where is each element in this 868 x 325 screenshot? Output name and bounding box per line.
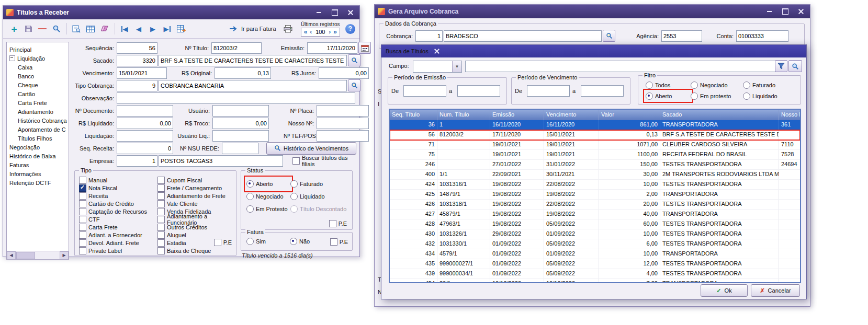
sidebar-item-hist-rico-cobran-a[interactable]: Histórico Cobrança [9,116,67,125]
rs-juros-input[interactable] [319,67,369,79]
checkbox-icon[interactable] [157,177,165,184]
radio-faturado[interactable]: Faturado [743,80,790,89]
nosso-num-input[interactable] [317,118,369,129]
radio-n-o[interactable]: Não [290,238,310,245]
checkbox-icon[interactable] [79,208,86,215]
table-row[interactable]: 24627/01/202231/01/2022150,00TESTES TRAN… [390,160,800,170]
browse-records-button[interactable] [70,22,83,36]
sidebar-item-hist-rico-de-baixa[interactable]: Histórico de Baixa [9,152,67,160]
nav-next-button[interactable]: ▶ [146,22,160,36]
search-button[interactable] [50,22,63,36]
table-row[interactable]: 7119/01/202119/01/20211071,00CLEUBER CAR… [390,140,800,150]
minimize-button[interactable] [762,6,776,17]
pager-last-button[interactable]: » [333,29,337,35]
sacado-code-input[interactable] [117,55,157,66]
checkbox-item-receita[interactable]: Receita [79,192,155,200]
vencimento-a-input[interactable] [581,85,624,97]
scroll-left-icon[interactable]: ◀ [7,251,16,260]
sidebar-item-principal[interactable]: Principal [9,45,67,54]
checkbox-item-vale-cliente[interactable]: Vale Cliente [157,200,235,207]
dialog-titlebar[interactable]: Busca de Títulos [381,45,806,57]
rs-liquidado-input[interactable] [117,118,173,129]
emissao-input[interactable] [307,42,357,54]
table-row[interactable]: 4261031318/119/08/202222/08/202220,00TES… [390,200,800,210]
vencimento-input[interactable] [117,67,167,79]
sidebar-item-carta-frete[interactable]: Carta Frete [9,98,67,107]
checkbox-icon[interactable] [79,216,86,223]
ir-para-fatura-button[interactable]: Ir para Fatura [229,26,276,32]
checkbox-icon[interactable] [79,200,86,207]
pager-prev-button[interactable]: ‹ [310,29,312,35]
grid-view-button[interactable] [84,22,97,36]
checkbox-item-devol-adiant-frete[interactable]: Devol. Adiant. Frete [79,239,155,247]
new-button[interactable]: + [7,22,21,36]
column-header-nosso-n-mero[interactable]: Nosso Número [779,110,800,120]
checkbox-icon[interactable] [79,192,86,200]
scroll-thumb[interactable] [16,252,35,259]
sidebar-item-banco[interactable]: Banco [9,72,67,80]
checkbox-icon[interactable] [79,177,86,184]
nav-first-button[interactable]: ◀ [118,22,131,36]
checkbox-icon[interactable] [157,184,165,192]
sidebar-item-apontamento-de-c[interactable]: Apontamento de C [9,125,67,134]
cobranca-name-input[interactable] [444,30,602,42]
nav-last-button[interactable]: ▶ [160,22,174,36]
minimize-button[interactable] [312,7,326,18]
maximize-button[interactable] [778,6,792,17]
pe-checkbox-fatura[interactable]: P.E [330,238,348,246]
column-header-seq-t-tulo[interactable]: Seq. Título [390,110,437,120]
sidebar-item-adiantamento[interactable]: Adiantamento [9,107,67,116]
table-row[interactable]: 4001/122/09/202130/11/202130,002M TRANSP… [390,170,800,180]
tipo-cobranca-name-input[interactable] [159,80,347,91]
checkbox-icon[interactable] [79,184,86,192]
num-placa-input[interactable] [317,105,369,117]
table-row[interactable]: 4321031330/101/09/202205/09/20226,00TEST… [390,239,800,249]
conta-input[interactable] [736,30,788,42]
checkbox-item-cart-o-de-cr-dito[interactable]: Cartão de Crédito [79,200,155,207]
checkbox-item-manual[interactable]: Manual [79,176,155,184]
column-header-vencimento[interactable]: Vencimento [544,110,599,120]
usuario-liq-input[interactable] [212,130,269,142]
num-tef-pos-input[interactable] [317,130,369,142]
radio-liquidado[interactable]: Liquidado [743,91,790,100]
usuario-input[interactable] [212,105,269,117]
sidebar-item-negocia-o[interactable]: Negociação [9,143,67,152]
checkbox-item-cupom-fiscal[interactable]: Cupom Fiscal [157,176,235,184]
sidebar-hscrollbar[interactable]: ◀ ▶ [7,251,69,259]
clear-button[interactable] [98,22,111,36]
radio-t-tulo-descontado[interactable]: Título Descontado [290,203,347,215]
checkbox-icon[interactable] [79,247,86,254]
nav-prev-button[interactable]: ◀ [132,22,145,36]
buscar-filiais-checkbox[interactable]: Buscar títulos das filiais [292,157,356,165]
sidebar-item-faturas[interactable]: Faturas [9,160,67,169]
liquidacao-input[interactable] [117,130,173,142]
checkbox-icon[interactable] [157,231,165,239]
empresa-name-input[interactable] [159,155,283,167]
column-header-num-t-tulo[interactable]: Num. Título [437,110,490,120]
checkbox-icon[interactable] [79,239,86,247]
checkbox-item-adiant-a-fornecedor[interactable]: Adiant. a Fornecedor [79,231,155,239]
sacado-search-button[interactable] [348,54,360,66]
dialog-search-button[interactable] [788,60,802,72]
table-row[interactable]: 4301031326/129/08/202201/09/202210,00TES… [390,229,800,239]
table-row[interactable]: 4241031316/119/08/202222/08/202210,00TES… [390,180,800,190]
checkbox-icon[interactable] [157,216,165,223]
empresa-code-input[interactable] [117,155,157,167]
radio-faturado[interactable]: Faturado [290,178,347,190]
save-button[interactable] [21,22,35,36]
table-row[interactable]: 42745879/119/08/202219/08/202240,00TRANS… [390,210,800,219]
checkbox-item-capta-o-de-recursos[interactable]: Captação de Recursos [79,207,155,215]
seq-receita-input[interactable] [117,143,173,154]
sidebar-item-caixa[interactable]: Caixa [9,63,67,72]
pager-first-button[interactable]: « [304,29,308,35]
table-row[interactable]: 45420/110/10/202310/10/20237,32TRANSPORT… [390,279,800,283]
checkbox-item-carta-frete[interactable]: Carta Frete [79,223,155,231]
close-button[interactable] [794,6,808,17]
table-row[interactable]: 439999000034/101/09/202205/09/20224,00TE… [390,269,800,279]
agencia-input[interactable] [661,30,702,42]
radio-liquidado[interactable]: Liquidado [290,191,347,202]
filter-button[interactable] [775,60,787,72]
scroll-right-icon[interactable]: ▶ [60,251,69,260]
sidebar-item-informa-es[interactable]: Informações [9,169,67,178]
table-row[interactable]: 7519/01/202119/01/20211100,00RECEITA FED… [390,150,800,160]
